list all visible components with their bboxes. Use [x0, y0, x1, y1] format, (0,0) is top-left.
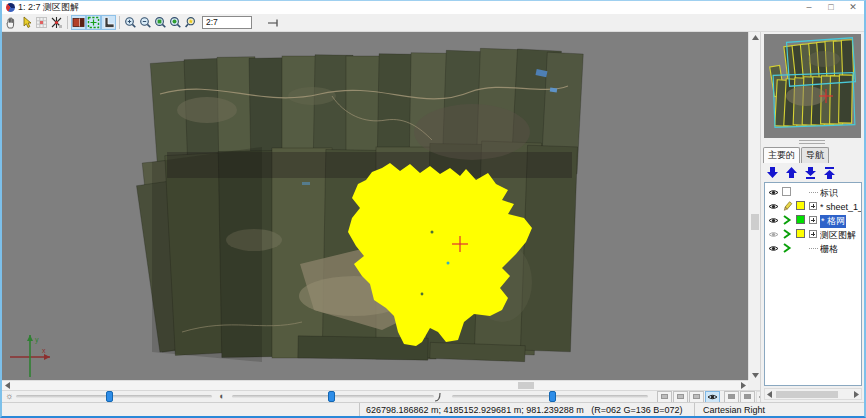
axes-mode-toggle-button[interactable]	[101, 15, 116, 30]
title-bar: 1: 2:7 测区图解 – □ ✕	[2, 1, 864, 14]
eye-visible-icon[interactable]	[768, 216, 779, 225]
eye-visible-icon[interactable]	[768, 202, 779, 211]
aerial-mosaic: y x	[2, 32, 748, 380]
panel-splitter-handle[interactable]	[799, 140, 825, 144]
eye-icon	[707, 393, 718, 401]
move-to-bottom-button[interactable]	[802, 165, 819, 181]
move-to-top-button[interactable]	[821, 165, 838, 181]
vscroll-thumb[interactable]	[751, 214, 759, 230]
tree-connector	[809, 192, 818, 193]
layer-row-block-scheme[interactable]: 测区图解	[765, 227, 861, 241]
zoom-in-button[interactable]	[123, 15, 138, 30]
tab-navigation[interactable]: 导航	[801, 147, 829, 163]
toolbar-separator	[67, 16, 68, 29]
channel-button-3[interactable]	[689, 391, 704, 403]
overlay-button-1[interactable]	[724, 391, 739, 403]
active-layer-chevron-icon	[782, 215, 792, 225]
status-bar: 626798.186862 m; 4185152.929681 m; 981.2…	[2, 402, 864, 416]
layer-chevron-icon	[782, 243, 792, 253]
layer-row-raster[interactable]: 栅格	[765, 241, 861, 255]
layer-color-swatch[interactable]	[796, 229, 805, 238]
contrast-icon: ◐	[212, 391, 232, 402]
layer-chevron-icon	[782, 229, 792, 239]
zoom-out-icon	[139, 16, 152, 29]
grid-red-center-icon	[35, 16, 48, 29]
expand-toggle-icon[interactable]	[809, 216, 817, 224]
toolbar: 2:7	[2, 14, 864, 32]
gamma-slider[interactable]	[452, 395, 648, 398]
status-empty-section	[2, 403, 360, 416]
zoom-scale-combobox[interactable]: 2:7	[202, 16, 252, 29]
scroll-left-arrow[interactable]	[765, 389, 774, 399]
layer-row-grid[interactable]: * 格网	[765, 213, 861, 227]
zoom-fit-icon	[184, 16, 197, 29]
contrast-slider-thumb[interactable]	[328, 391, 335, 402]
layer-label[interactable]: 栅格	[820, 243, 838, 256]
eye-visible-icon[interactable]	[768, 188, 779, 197]
channel-button-2[interactable]	[673, 391, 688, 403]
image-block-toggle-button[interactable]	[71, 15, 86, 30]
canvas-horizontal-scrollbar[interactable]	[2, 380, 748, 390]
tree-connector	[809, 248, 818, 249]
add-marker-tool-button[interactable]	[19, 15, 34, 30]
layer-order-buttons	[764, 165, 838, 182]
brightness-slider-thumb[interactable]	[106, 391, 113, 402]
map-canvas[interactable]: y x	[2, 32, 748, 380]
snap-tool-button[interactable]	[49, 15, 64, 30]
hscroll-thumb[interactable]	[518, 382, 534, 389]
layer-color-swatch[interactable]	[796, 215, 805, 224]
scroll-right-arrow[interactable]	[738, 381, 748, 390]
zoom-out-button[interactable]	[138, 15, 153, 30]
scroll-left-arrow[interactable]	[2, 381, 12, 390]
contrast-slider[interactable]	[232, 395, 434, 398]
minimize-button[interactable]: –	[798, 1, 820, 14]
tree-horizontal-scrollbar[interactable]	[764, 388, 862, 400]
zoom-one-to-one-icon	[169, 16, 182, 29]
overlay-button-2[interactable]	[740, 391, 755, 403]
layer-marker-box[interactable]	[782, 187, 791, 196]
close-button[interactable]: ✕	[842, 1, 864, 14]
canvas-vertical-scrollbar[interactable]	[748, 32, 760, 380]
svg-text:y: y	[35, 336, 39, 344]
zoom-region-icon	[154, 16, 167, 29]
l-shape-axes-icon	[102, 16, 115, 29]
layer-row-labels[interactable]: 标识	[765, 185, 861, 199]
dock-handle-button[interactable]	[266, 15, 281, 30]
selection-target-toggle-button[interactable]	[86, 15, 101, 30]
window-title: 1: 2:7 测区图解	[18, 1, 79, 14]
overview-minimap[interactable]	[764, 34, 861, 138]
dock-handle-icon	[267, 18, 280, 28]
arrow-to-bottom-icon	[804, 166, 817, 180]
layer-color-swatch[interactable]	[796, 201, 805, 210]
snap-star-icon	[50, 16, 63, 29]
show-image-button[interactable]	[705, 391, 720, 403]
brightness-icon: ☼	[2, 391, 16, 402]
move-down-button[interactable]	[764, 165, 781, 181]
gamma-slider-thumb[interactable]	[549, 391, 556, 402]
status-coordinates: 626798.186862 m; 4185152.929681 m; 981.2…	[360, 405, 694, 415]
zoom-to-fit-button[interactable]	[183, 15, 198, 30]
move-up-button[interactable]	[783, 165, 800, 181]
tab-main[interactable]: 主要的	[763, 147, 800, 163]
eye-visible-icon[interactable]	[768, 244, 779, 253]
expand-toggle-icon[interactable]	[809, 230, 817, 238]
scroll-right-arrow[interactable]	[852, 389, 861, 399]
layer-row-sheet[interactable]: * sheet_1_1 (矢	[765, 199, 861, 213]
tree-hscroll-thumb[interactable]	[776, 391, 838, 398]
brightness-slider[interactable]	[16, 395, 212, 398]
zoom-actual-size-button[interactable]	[168, 15, 183, 30]
yellow-cursor-icon	[20, 16, 33, 29]
maximize-button[interactable]: □	[820, 1, 842, 14]
grid-tool-button[interactable]	[34, 15, 49, 30]
pan-tool-button[interactable]	[4, 15, 19, 30]
status-coordinate-system: Cartesian Right	[694, 403, 864, 416]
zoom-to-region-button[interactable]	[153, 15, 168, 30]
channel-button-1[interactable]	[657, 391, 672, 403]
minimap-footprints	[764, 34, 861, 138]
eye-hidden-icon[interactable]	[768, 230, 779, 239]
zoom-in-icon	[124, 16, 137, 29]
expand-toggle-icon[interactable]	[809, 202, 817, 210]
arrow-up-icon	[785, 166, 798, 180]
hand-icon	[5, 16, 18, 29]
app-logo-icon	[6, 3, 15, 12]
